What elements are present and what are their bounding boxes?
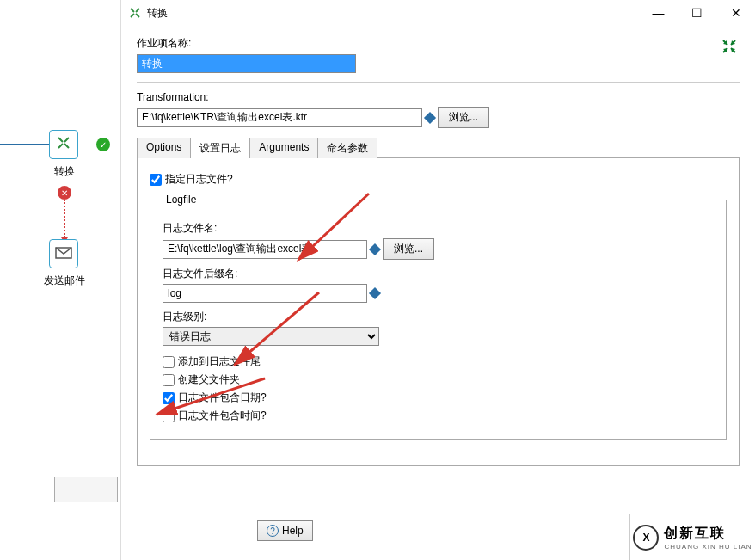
window-maximize-button[interactable]: ☐ (678, 0, 716, 26)
transform-icon (55, 134, 72, 156)
hop-success-icon: ✓ (96, 138, 110, 151)
window-controls: — ☐ ✕ (639, 0, 755, 26)
variable-diamond-icon[interactable] (369, 287, 381, 299)
brand-logo-icon: X (633, 525, 659, 551)
log-level-label: 日志级别: (163, 310, 714, 324)
logfile-name-label: 日志文件名: (163, 221, 714, 236)
logfile-name-input[interactable] (163, 240, 367, 259)
hop-line-incoming (0, 144, 49, 145)
include-date-label: 日志文件包含日期? (178, 391, 267, 405)
help-icon: ? (267, 525, 279, 537)
window-close-button[interactable]: ✕ (716, 0, 755, 26)
logfile-legend: Logfile (163, 194, 199, 206)
log-level-select[interactable]: 错误日志 (163, 327, 379, 346)
collapse-icon[interactable] (721, 38, 738, 60)
step-send-mail[interactable] (49, 239, 78, 268)
kettle-canvas[interactable]: 转换 ✓ ✕ 发送邮件 (0, 0, 120, 499)
help-container: ?Help (257, 520, 313, 541)
canvas-panel-corner (54, 477, 118, 502)
hop-error-icon: ✕ (58, 186, 71, 200)
brand-sub: CHUANG XIN HU LIAN (664, 543, 752, 551)
tab-named-params[interactable]: 命名参数 (317, 138, 378, 158)
append-logfile-label: 添加到日志文件尾 (178, 354, 261, 369)
dialog-title: 转换 (147, 6, 168, 21)
create-parent-folder-label: 创建父文件夹 (178, 372, 240, 387)
hop-error-arrow (64, 200, 65, 237)
transformation-path-input[interactable] (137, 108, 422, 127)
logfile-fieldset: Logfile 日志文件名: 浏览... 日志文件后缀名: 日志级别: 错误日志 (150, 194, 727, 440)
separator (137, 82, 740, 83)
step-transform-label: 转换 (39, 164, 90, 179)
job-entry-name-label: 作业项名称: (137, 36, 740, 51)
append-logfile-checkbox[interactable] (163, 356, 175, 368)
browse-logfile-button[interactable]: 浏览... (383, 238, 434, 260)
dialog-icon (128, 6, 142, 20)
step-send-mail-label: 发送邮件 (39, 274, 90, 288)
titlebar: 转换 — ☐ ✕ (121, 0, 755, 26)
step-transform[interactable] (49, 130, 78, 159)
variable-diamond-icon[interactable] (369, 243, 381, 255)
help-button[interactable]: ?Help (257, 520, 313, 541)
browse-transformation-button[interactable]: 浏览... (438, 107, 489, 128)
job-entry-name-input[interactable] (137, 54, 356, 73)
include-time-label: 日志文件包含时间? (178, 409, 267, 423)
specify-logfile-label: 指定日志文件? (165, 172, 233, 187)
transformation-label: Transformation: (137, 91, 740, 103)
brand-name: 创新互联 (664, 526, 726, 540)
variable-diamond-icon[interactable] (424, 111, 436, 123)
tab-panel-setlog: 指定日志文件? Logfile 日志文件名: 浏览... 日志文件后缀名: 日志… (137, 158, 740, 466)
window-minimize-button[interactable]: — (639, 0, 678, 26)
logfile-ext-label: 日志文件后缀名: (163, 267, 714, 281)
include-date-checkbox[interactable] (163, 392, 175, 404)
tab-arguments[interactable]: Arguments (249, 138, 318, 158)
tab-bar: Options 设置日志 Arguments 命名参数 (137, 137, 740, 158)
specify-logfile-checkbox[interactable] (150, 174, 162, 186)
envelope-icon (55, 245, 72, 263)
logfile-ext-input[interactable] (163, 284, 367, 303)
tab-set-log[interactable]: 设置日志 (190, 138, 250, 158)
transform-dialog: 转换 — ☐ ✕ 作业项名称: Transformation: 浏览... Op… (120, 0, 755, 560)
include-time-checkbox[interactable] (163, 410, 175, 422)
create-parent-folder-checkbox[interactable] (163, 374, 175, 386)
brand-watermark: X 创新互联 CHUANG XIN HU LIAN (629, 514, 755, 560)
tab-options[interactable]: Options (137, 138, 191, 158)
